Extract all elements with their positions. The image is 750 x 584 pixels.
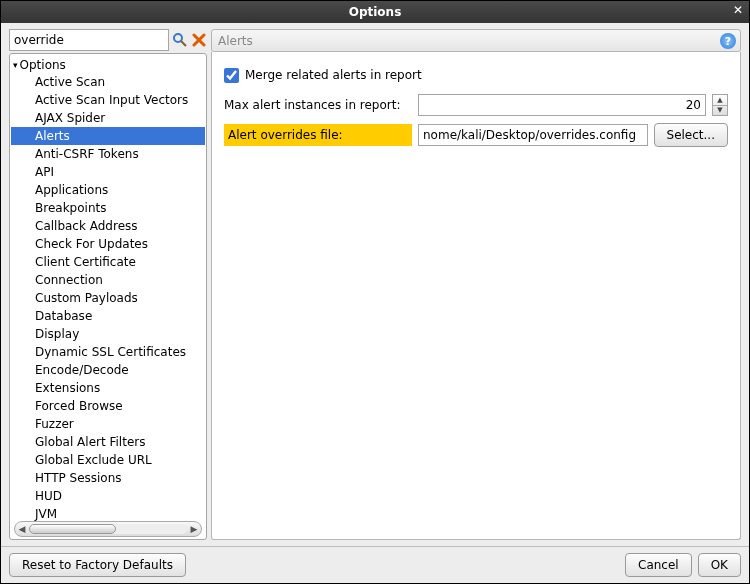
expand-icon[interactable]: ▾ <box>13 60 18 70</box>
scroll-left-icon[interactable]: ◀ <box>15 524 29 534</box>
search-icon[interactable] <box>171 31 188 49</box>
merge-alerts-label: Merge related alerts in report <box>245 68 422 82</box>
tree-item[interactable]: Applications <box>11 181 205 199</box>
tree-item[interactable]: Global Exclude URL <box>11 451 205 469</box>
tree-item[interactable]: Breakpoints <box>11 199 205 217</box>
spinner-down-icon[interactable]: ▼ <box>713 106 727 116</box>
max-instances-spinner[interactable]: ▲ ▼ <box>712 94 728 116</box>
overrides-file-label: Alert overrides file: <box>224 124 412 146</box>
tree-item[interactable]: Global Alert Filters <box>11 433 205 451</box>
close-icon[interactable]: ✕ <box>733 3 743 17</box>
help-icon[interactable]: ? <box>720 33 736 49</box>
cancel-button[interactable]: Cancel <box>625 553 692 577</box>
scrollbar-thumb[interactable] <box>29 524 116 534</box>
tree-item[interactable]: Alerts <box>11 127 205 145</box>
svg-point-0 <box>174 34 182 42</box>
merge-alerts-checkbox[interactable] <box>224 68 239 83</box>
tree-item[interactable]: Connection <box>11 271 205 289</box>
tree-item[interactable]: Anti-CSRF Tokens <box>11 145 205 163</box>
clear-search-icon[interactable] <box>190 31 207 49</box>
options-tree[interactable]: ▾ Options Active ScanActive Scan Input V… <box>11 55 205 525</box>
tree-item[interactable]: Custom Payloads <box>11 289 205 307</box>
tree-item[interactable]: HTTP Sessions <box>11 469 205 487</box>
panel-title-bar: Alerts ? <box>211 29 741 52</box>
tree-item[interactable]: Fuzzer <box>11 415 205 433</box>
spinner-up-icon[interactable]: ▲ <box>713 95 727 106</box>
select-file-button[interactable]: Select... <box>654 123 728 147</box>
horizontal-scrollbar[interactable]: ◀ ▶ <box>14 521 202 537</box>
tree-item[interactable]: Extensions <box>11 379 205 397</box>
tree-item[interactable]: Callback Address <box>11 217 205 235</box>
overrides-file-input[interactable] <box>418 124 648 146</box>
max-instances-label: Max alert instances in report: <box>224 98 412 112</box>
tree-root[interactable]: ▾ Options <box>11 57 205 73</box>
dialog-footer: Reset to Factory Defaults Cancel OK <box>1 546 749 583</box>
tree-item[interactable]: HUD <box>11 487 205 505</box>
reset-defaults-button[interactable]: Reset to Factory Defaults <box>9 553 186 577</box>
ok-button[interactable]: OK <box>698 553 741 577</box>
tree-item[interactable]: Active Scan Input Vectors <box>11 91 205 109</box>
title-bar: Options ✕ <box>1 1 749 23</box>
max-instances-input[interactable] <box>418 94 706 116</box>
tree-item[interactable]: Check For Updates <box>11 235 205 253</box>
window-title: Options <box>349 5 402 19</box>
tree-root-label: Options <box>20 58 66 72</box>
left-column: ▾ Options Active ScanActive Scan Input V… <box>9 29 207 540</box>
tree-item[interactable]: Display <box>11 325 205 343</box>
svg-line-1 <box>181 41 186 46</box>
scroll-right-icon[interactable]: ▶ <box>187 524 201 534</box>
tree-item[interactable]: Encode/Decode <box>11 361 205 379</box>
tree-item[interactable]: Dynamic SSL Certificates <box>11 343 205 361</box>
tree-item[interactable]: Client Certificate <box>11 253 205 271</box>
tree-item[interactable]: Active Scan <box>11 73 205 91</box>
alerts-panel: Alerts ? Merge related alerts in report … <box>211 29 741 540</box>
panel-title: Alerts <box>218 34 253 48</box>
tree-item[interactable]: API <box>11 163 205 181</box>
dialog-body: ▾ Options Active ScanActive Scan Input V… <box>1 23 749 546</box>
right-column: Alerts ? Merge related alerts in report … <box>211 29 741 540</box>
options-dialog: Options ✕ <box>0 0 750 584</box>
tree-item[interactable]: AJAX Spider <box>11 109 205 127</box>
tree-item[interactable]: Forced Browse <box>11 397 205 415</box>
tree-item[interactable]: Database <box>11 307 205 325</box>
search-input[interactable] <box>9 29 169 51</box>
